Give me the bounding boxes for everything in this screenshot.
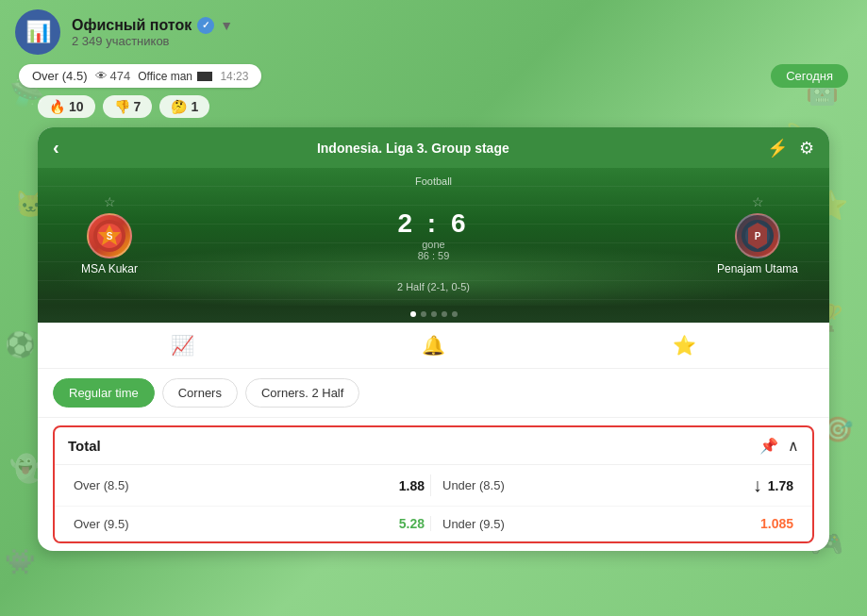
- star-icon[interactable]: ⭐: [673, 334, 696, 357]
- stats-icons: 📌 ∧: [759, 437, 799, 455]
- dot-3[interactable]: [431, 311, 437, 317]
- over-9-5-value: 5.28: [399, 516, 425, 531]
- reaction-fire[interactable]: 🔥 10: [38, 95, 95, 118]
- thumbsdown-count: 7: [134, 99, 142, 114]
- match-area: Football ☆ S MSA Kuka: [38, 168, 829, 306]
- home-team-name: MSA Kukar: [81, 262, 138, 275]
- tab-regular-time[interactable]: Regular time: [53, 378, 155, 408]
- dot-5[interactable]: [452, 311, 458, 317]
- main-card: ‹ Indonesia. Liga 3. Group stage ⚡ ⚙ Foo…: [38, 127, 829, 551]
- tab-corners-2half[interactable]: Corners. 2 Half: [245, 378, 359, 408]
- lightning-icon[interactable]: ⚡: [767, 138, 788, 158]
- away-team: ☆ P Penajam Utama: [701, 194, 814, 275]
- under-9-5-label: Under (9.5): [442, 517, 505, 531]
- reaction-thumbsdown[interactable]: 👎 7: [103, 95, 153, 118]
- channel-menu-icon: ▼: [220, 18, 233, 33]
- thinking-count: 1: [191, 99, 198, 114]
- settings-icon[interactable]: ⚙: [799, 138, 814, 158]
- thumbsdown-emoji: 👎: [114, 99, 130, 114]
- home-logo: S: [87, 213, 132, 258]
- channel-header: 📊 Офисный поток ✓ ▼ 2 349 участников: [0, 0, 867, 64]
- stats-row-2: Over (9.5) 5.28 Under (9.5) 1.085: [55, 507, 812, 541]
- tab-corners[interactable]: Corners: [162, 378, 238, 408]
- fire-emoji: 🔥: [49, 99, 65, 114]
- score-section: 2 : 6 gone 86 : 59: [397, 208, 469, 261]
- chevron-up-icon[interactable]: ∧: [788, 437, 799, 455]
- stats-cell-over-8-5: Over (8.5) 1.88: [68, 474, 430, 496]
- time-label: 14:23: [220, 70, 248, 83]
- stats-cell-over-9-5: Over (9.5) 5.28: [68, 516, 430, 531]
- under-9-5-value: 1.085: [760, 516, 793, 531]
- reaction-thinking[interactable]: 🤔 1: [159, 95, 209, 118]
- verified-badge: ✓: [197, 17, 214, 34]
- away-logo: P: [735, 213, 780, 258]
- dots-pagination: [38, 306, 829, 323]
- tabs-row: Regular time Corners Corners. 2 Half: [38, 369, 829, 418]
- trend-icon[interactable]: 📈: [171, 334, 194, 357]
- away-star: ☆: [752, 194, 764, 209]
- channel-name: Офисный поток ✓ ▼: [72, 17, 233, 34]
- channel-members: 2 349 участников: [72, 34, 233, 48]
- card-header: ‹ Indonesia. Liga 3. Group stage ⚡ ⚙: [38, 127, 829, 168]
- dot-1[interactable]: [410, 311, 416, 317]
- channel-name-text: Офисный поток: [72, 17, 192, 34]
- stats-cell-under-8-5: Under (8.5) ↓ 1.78: [431, 474, 799, 496]
- over-8-5-label: Over (8.5): [74, 478, 129, 492]
- today-badge: Сегодня: [771, 64, 848, 88]
- action-row: 📈 🔔 ⭐: [38, 323, 829, 369]
- svg-text:S: S: [107, 231, 113, 241]
- message-tag[interactable]: Over (4.5) 👁 474 Office man 14:23: [19, 64, 261, 88]
- over-8-5-value: 1.88: [399, 478, 425, 493]
- user-label: Office man: [138, 70, 212, 83]
- fire-count: 10: [69, 99, 84, 114]
- messages-area: Over (4.5) 👁 474 Office man 14:23 Сегодн…: [0, 64, 867, 551]
- home-star: ☆: [104, 194, 116, 209]
- view-count-number: 474: [110, 69, 131, 83]
- eye-icon: 👁: [95, 69, 108, 83]
- channel-avatar: 📊: [15, 9, 60, 55]
- stats-section: Total 📌 ∧ Over (8.5) 1.88 Under (8.5): [53, 425, 814, 543]
- under-8-5-label: Under (8.5): [442, 478, 505, 492]
- arrow-down-indicator: ↓: [753, 474, 762, 496]
- dot-4[interactable]: [442, 311, 447, 317]
- stats-header: Total 📌 ∧: [55, 427, 812, 465]
- stats-row-1: Over (8.5) 1.88 Under (8.5) ↓ 1.78: [55, 465, 812, 507]
- half-info: 2 Half (2-1, 0-5): [53, 275, 814, 294]
- score-display: 2 : 6: [397, 208, 469, 239]
- back-button[interactable]: ‹: [53, 137, 59, 158]
- channel-info: Офисный поток ✓ ▼ 2 349 участников: [72, 17, 233, 48]
- thinking-emoji: 🤔: [171, 99, 187, 114]
- svg-text:P: P: [755, 231, 761, 241]
- stats-cell-under-9-5: Under (9.5) 1.085: [431, 516, 799, 531]
- dot-2[interactable]: [421, 311, 426, 317]
- card-title: Indonesia. Liga 3. Group stage: [59, 141, 767, 156]
- stats-title: Total: [68, 438, 101, 454]
- pin-icon[interactable]: 📌: [759, 437, 778, 455]
- score-status: gone: [422, 239, 444, 250]
- over-label: Over (4.5): [32, 69, 88, 83]
- bell-icon[interactable]: 🔔: [422, 334, 445, 357]
- over-9-5-label: Over (9.5): [74, 517, 129, 531]
- reaction-bar: 🔥 10 👎 7 🤔 1: [19, 95, 848, 118]
- sport-label: Football: [53, 175, 814, 187]
- under-8-5-value: 1.78: [768, 478, 793, 493]
- away-team-name: Penajam Utama: [717, 262, 798, 275]
- home-team: ☆ S MSA Kukar: [53, 194, 166, 275]
- match-row: ☆ S MSA Kukar 2 : 6: [53, 194, 814, 275]
- view-count: 👁 474: [95, 69, 131, 83]
- score-time: 86 : 59: [418, 250, 450, 261]
